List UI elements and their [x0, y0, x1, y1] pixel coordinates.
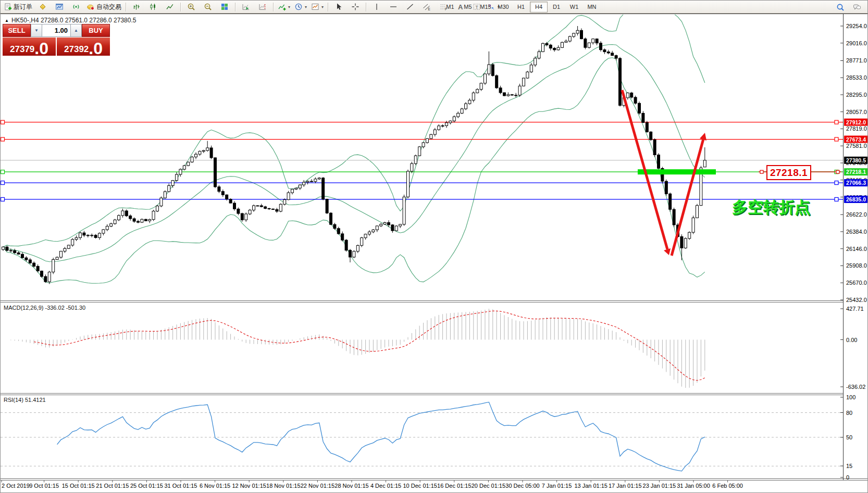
svg-text:28057.0: 28057.0	[846, 109, 867, 115]
timeframe-m1[interactable]: M1	[441, 2, 459, 12]
candle-chart-button[interactable]	[145, 1, 162, 12]
vline-icon	[373, 3, 381, 11]
bar-chart-button[interactable]	[128, 1, 145, 12]
signals-button[interactable]	[68, 1, 84, 12]
tile-windows-icon	[220, 3, 229, 11]
terminal-button[interactable]	[51, 1, 68, 12]
zoom-out-button[interactable]	[200, 1, 216, 12]
hline-27912[interactable]	[1, 120, 843, 124]
svg-text:20 Dec 01:15: 20 Dec 01:15	[472, 483, 505, 489]
toolbar-separator	[366, 3, 366, 11]
svg-text:12 Nov 01:15: 12 Nov 01:15	[232, 483, 266, 489]
metaeditor-button[interactable]	[34, 1, 51, 12]
hline-26835[interactable]	[1, 197, 843, 201]
new-order-icon	[4, 3, 12, 11]
buy-button[interactable]: BUY	[82, 24, 110, 37]
svg-text:29016.0: 29016.0	[846, 40, 867, 46]
line-chart-icon	[166, 3, 174, 11]
hline-27673[interactable]	[1, 137, 843, 141]
svg-text:26146.0: 26146.0	[846, 246, 867, 252]
timeframe-h1[interactable]: H1	[512, 2, 530, 12]
metaeditor-icon	[39, 3, 47, 11]
crosshair-button[interactable]	[347, 1, 364, 12]
svg-text:27066.3: 27066.3	[846, 180, 866, 186]
chinese-annotation-text[interactable]: 多空转折点	[732, 197, 810, 218]
svg-text:6 Nov 01:15: 6 Nov 01:15	[200, 483, 230, 489]
vline-button[interactable]	[368, 1, 385, 12]
autotrading-button[interactable]: 自动交易	[84, 1, 123, 12]
sell-price-big-digit: .0	[34, 42, 48, 55]
svg-text:80: 80	[846, 410, 852, 416]
svg-text:-636.02: -636.02	[846, 384, 865, 390]
axis-badge-27066.3: 27066.3	[844, 179, 868, 186]
timeframe-mn[interactable]: MN	[583, 2, 601, 12]
search-button[interactable]	[832, 2, 849, 13]
timeframe-m15[interactable]: M15	[477, 2, 494, 12]
toolbar-separator	[273, 3, 274, 11]
svg-text:25432.0: 25432.0	[846, 297, 867, 303]
svg-text:0: 0	[846, 474, 849, 481]
hline-27218[interactable]	[1, 170, 843, 174]
volume-input[interactable]: 1.00	[42, 24, 70, 37]
toolbar-separator	[235, 3, 235, 11]
channel-button[interactable]: E	[418, 1, 435, 12]
volume-up-button[interactable]: ▲	[70, 24, 82, 37]
axis-badge-27912.0: 27912.0	[844, 119, 868, 126]
candle-chart-icon	[149, 3, 157, 11]
svg-text:22 Nov 01:15: 22 Nov 01:15	[301, 483, 334, 489]
hline-button[interactable]	[385, 1, 402, 12]
timeframe-m5[interactable]: M5	[459, 2, 477, 12]
svg-text:28533.0: 28533.0	[846, 74, 867, 81]
svg-text:15 Oct 01:15: 15 Oct 01:15	[62, 483, 95, 489]
sell-button[interactable]: SELL	[3, 24, 31, 37]
line-chart-button[interactable]	[162, 1, 178, 12]
chart-window-icon	[55, 3, 64, 11]
timeframe-m30[interactable]: M30	[494, 2, 512, 12]
indicators-button[interactable]: ▾	[276, 1, 292, 12]
new-order-button[interactable]: 新订单	[2, 1, 34, 12]
macd-indicator-label: MACD(12,26,9) -336.02 -501.30	[4, 305, 85, 311]
axis-badge-26835.0: 26835.0	[844, 196, 868, 203]
buy-price-main: 27392	[64, 45, 89, 54]
hline-27066[interactable]	[1, 181, 843, 185]
volume-down-button[interactable]: ▼	[31, 24, 42, 37]
trendline-icon	[406, 3, 414, 11]
svg-text:27581.0: 27581.0	[846, 143, 867, 149]
templates-button[interactable]: ▾	[309, 1, 326, 12]
crosshair-icon	[351, 3, 359, 11]
timeframe-h4[interactable]: H4	[530, 2, 548, 12]
timeframe-w1[interactable]: W1	[565, 2, 583, 12]
clock-icon	[294, 3, 303, 11]
svg-text:28 Nov 01:15: 28 Nov 01:15	[334, 483, 368, 489]
svg-text:27380.5: 27380.5	[846, 157, 866, 163]
svg-text:25 Oct 01:15: 25 Oct 01:15	[130, 483, 163, 489]
auto-scroll-icon	[242, 3, 250, 11]
svg-text:6 Feb 05:00: 6 Feb 05:00	[712, 483, 743, 489]
svg-text:25670.0: 25670.0	[846, 280, 867, 286]
svg-text:29254.0: 29254.0	[846, 23, 867, 29]
sell-price-panel[interactable]: 27379 .0	[3, 37, 56, 56]
svg-text:100: 100	[846, 394, 855, 400]
svg-text:25908.0: 25908.0	[846, 262, 867, 269]
comments-button[interactable]	[849, 2, 865, 13]
svg-text:27218.1: 27218.1	[846, 169, 866, 175]
svg-text:30 Dec 05:00: 30 Dec 05:00	[505, 483, 539, 489]
svg-text:7 Jan 01:15: 7 Jan 01:15	[542, 483, 572, 489]
price-callout-label[interactable]: 27218.1	[766, 165, 811, 180]
auto-scroll-button[interactable]	[238, 1, 254, 12]
trendline-button[interactable]	[402, 1, 418, 12]
svg-text:16 Dec 01:15: 16 Dec 01:15	[437, 483, 471, 489]
periods-button[interactable]: ▾	[292, 1, 309, 12]
support-zone-segment[interactable]	[638, 169, 716, 174]
timeframe-d1[interactable]: D1	[548, 2, 565, 12]
svg-text:427.71: 427.71	[846, 306, 864, 312]
zoom-in-button[interactable]	[183, 1, 200, 12]
svg-text:E: E	[428, 7, 431, 11]
collapse-triangle-icon: ▲	[5, 18, 9, 23]
chart-shift-button[interactable]	[254, 1, 271, 12]
bar-chart-icon	[132, 3, 141, 11]
cursor-button[interactable]	[330, 1, 347, 12]
tile-windows-button[interactable]	[216, 1, 233, 12]
buy-price-panel[interactable]: 27392 .0	[57, 37, 110, 56]
zoom-out-icon	[204, 3, 212, 11]
